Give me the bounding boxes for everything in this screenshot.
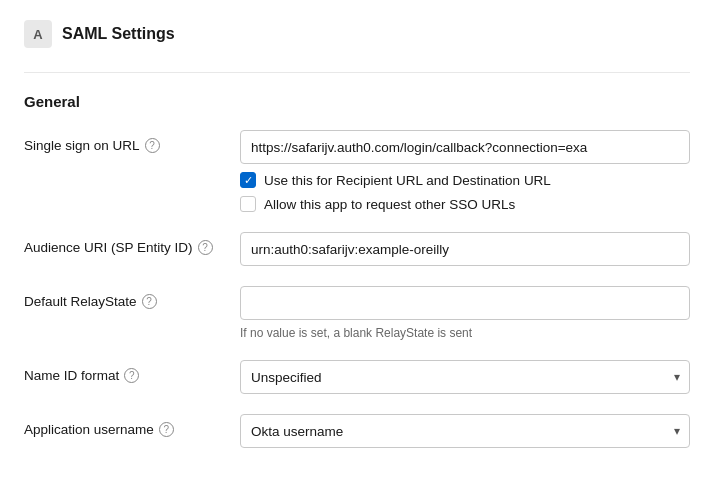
app-username-select-wrapper: Okta username Email Custom ▾	[240, 414, 690, 448]
name-id-format-select[interactable]: Unspecified EmailAddress X509SubjectName…	[240, 360, 690, 394]
header: A SAML Settings	[24, 20, 690, 48]
sso-url-controls: ✓ Use this for Recipient URL and Destina…	[240, 130, 690, 212]
app-username-help-icon[interactable]: ?	[159, 422, 174, 437]
page-title: SAML Settings	[62, 25, 175, 43]
recipient-url-label: Use this for Recipient URL and Destinati…	[264, 173, 551, 188]
allow-sso-checkbox-row: Allow this app to request other SSO URLs	[240, 196, 690, 212]
audience-uri-controls	[240, 232, 690, 266]
relay-state-controls: If no value is set, a blank RelayState i…	[240, 286, 690, 340]
recipient-url-checkbox-row: ✓ Use this for Recipient URL and Destina…	[240, 172, 690, 188]
relay-state-input[interactable]	[240, 286, 690, 320]
app-username-row: Application username ? Okta username Ema…	[24, 414, 690, 448]
relay-state-help-icon[interactable]: ?	[142, 294, 157, 309]
sso-url-input[interactable]	[240, 130, 690, 164]
audience-uri-row: Audience URI (SP Entity ID) ?	[24, 232, 690, 266]
name-id-format-label: Name ID format ?	[24, 360, 224, 383]
name-id-format-help-icon[interactable]: ?	[124, 368, 139, 383]
general-section: General Single sign on URL ? ✓ Use this …	[24, 93, 690, 448]
sso-url-label: Single sign on URL ?	[24, 130, 224, 153]
audience-uri-input[interactable]	[240, 232, 690, 266]
section-title: General	[24, 93, 690, 110]
header-divider	[24, 72, 690, 73]
relay-state-label: Default RelayState ?	[24, 286, 224, 309]
sso-url-row: Single sign on URL ? ✓ Use this for Reci…	[24, 130, 690, 212]
relay-state-hint: If no value is set, a blank RelayState i…	[240, 326, 690, 340]
check-icon: ✓	[244, 175, 253, 186]
avatar-badge: A	[24, 20, 52, 48]
audience-uri-help-icon[interactable]: ?	[198, 240, 213, 255]
page-container: A SAML Settings General Single sign on U…	[0, 0, 714, 488]
name-id-format-row: Name ID format ? Unspecified EmailAddres…	[24, 360, 690, 394]
app-username-controls: Okta username Email Custom ▾	[240, 414, 690, 448]
name-id-format-select-wrapper: Unspecified EmailAddress X509SubjectName…	[240, 360, 690, 394]
app-username-select[interactable]: Okta username Email Custom	[240, 414, 690, 448]
recipient-url-checkbox[interactable]: ✓	[240, 172, 256, 188]
allow-sso-label: Allow this app to request other SSO URLs	[264, 197, 515, 212]
name-id-format-controls: Unspecified EmailAddress X509SubjectName…	[240, 360, 690, 394]
audience-uri-label: Audience URI (SP Entity ID) ?	[24, 232, 224, 255]
app-username-label: Application username ?	[24, 414, 224, 437]
relay-state-row: Default RelayState ? If no value is set,…	[24, 286, 690, 340]
sso-url-help-icon[interactable]: ?	[145, 138, 160, 153]
allow-sso-checkbox[interactable]	[240, 196, 256, 212]
